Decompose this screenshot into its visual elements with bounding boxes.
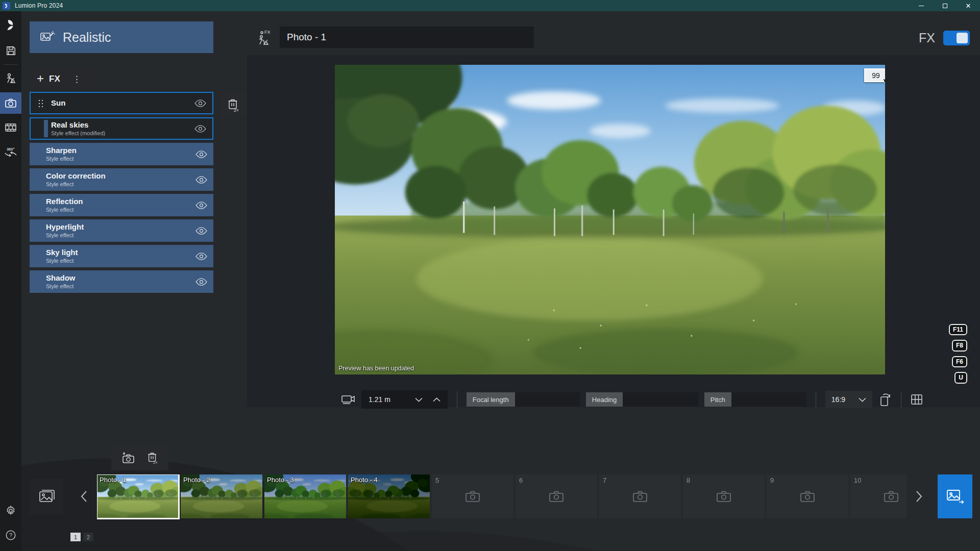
help-button[interactable]: ? [0, 525, 21, 545]
effect-row-hyperlight[interactable]: Hyperlight Style effect [30, 219, 213, 242]
pitch-field[interactable]: Pitch [704, 392, 806, 407]
delete-effect-button[interactable]: 2× [220, 92, 246, 117]
camera-height-dropdown[interactable]: 1.21 m [361, 390, 448, 409]
plus-icon: + [37, 72, 44, 85]
photo-thumb-3[interactable]: Photo - 3 [264, 474, 346, 518]
hotkey-hints: F11 F8 F6 U [949, 324, 967, 384]
photo-slot-10[interactable]: 10 [850, 474, 906, 518]
capture-photo-button[interactable] [121, 451, 135, 464]
rotate-orientation-button[interactable] [878, 392, 892, 407]
photo-thumb-1[interactable]: Photo - 1 [97, 474, 179, 518]
movie-mode-button[interactable] [0, 118, 21, 137]
strip-prev-button[interactable] [77, 489, 91, 504]
trash-2x-icon: 2× [227, 97, 240, 112]
effect-subtitle: Style effect [46, 207, 83, 213]
visibility-eye-icon[interactable] [195, 253, 207, 260]
build-surveyor-icon [4, 72, 17, 85]
page-2-button[interactable]: 2 [83, 533, 93, 541]
render-export-button[interactable] [938, 474, 972, 518]
pitch-label: Pitch [704, 392, 731, 407]
visibility-eye-icon[interactable] [195, 278, 207, 286]
camera-controls-bar: 1.21 m Focal length Heading Pitch 16:9 [341, 390, 923, 409]
grid-overlay-button[interactable] [911, 394, 923, 405]
controls-divider [901, 391, 901, 408]
panorama-360-button[interactable]: 360° [0, 142, 21, 162]
maximize-button[interactable] [933, 0, 957, 11]
chevron-down-icon[interactable] [415, 397, 423, 402]
effect-title: Sun [51, 99, 65, 108]
style-header-realistic[interactable]: Realistic [30, 21, 213, 53]
visibility-eye-icon[interactable] [195, 202, 207, 209]
effect-row-real-skies[interactable]: Real skies Style effect (modified) [30, 117, 213, 140]
strip-next-button[interactable] [912, 489, 926, 504]
lumion-logo-icon [3, 2, 10, 10]
settings-button[interactable] [0, 501, 21, 520]
slot-number: 9 [770, 477, 774, 484]
photo-thumbnail-rail: Photo - 1 Photo - 2 Photo - 3 Photo - 4 … [97, 474, 906, 519]
drag-handle-icon[interactable] [38, 99, 43, 108]
save-floppy-icon [5, 45, 17, 57]
kebab-menu-icon[interactable]: ⋮ [72, 74, 81, 85]
effect-row-shadow[interactable]: Shadow Style effect [30, 270, 213, 293]
question-icon: ? [5, 530, 16, 541]
park-render-image [335, 65, 885, 374]
empty-slot-camera-icon [632, 490, 648, 503]
photo-mode-button[interactable] [0, 92, 21, 114]
visibility-eye-icon[interactable] [194, 99, 206, 107]
photo-slot-7[interactable]: 7 [599, 474, 681, 518]
window-title: Lumion Pro 2024 [15, 2, 63, 9]
photo-thumb-2[interactable]: Photo - 2 [181, 474, 262, 518]
effect-row-color-correction[interactable]: Color correction Style effect [30, 168, 213, 191]
style-photo-wand-icon [40, 30, 55, 44]
visibility-eye-icon[interactable] [195, 227, 207, 235]
photo-thumb-4[interactable]: Photo - 4 [348, 474, 430, 518]
export-photo-icon [946, 488, 964, 505]
chevron-right-icon [916, 490, 922, 503]
add-fx-button[interactable]: + FX ⋮ [30, 68, 99, 90]
hotkey-f11: F11 [949, 324, 967, 335]
style-name-label: Realistic [63, 30, 111, 45]
save-button[interactable] [0, 41, 21, 60]
controls-divider [816, 391, 816, 408]
render-counter-value: 99 [872, 71, 880, 80]
controls-divider [457, 391, 457, 408]
minimize-icon [919, 6, 924, 6]
effect-row-sun[interactable]: Sun [30, 92, 213, 114]
hotkey-f8: F8 [952, 340, 967, 351]
fx-toggle-switch[interactable] [943, 31, 970, 45]
photo-slot-5[interactable]: 5 [432, 474, 513, 518]
photo-name-input[interactable] [280, 27, 534, 48]
build-mode-button[interactable] [0, 69, 21, 88]
delete-photo-button[interactable]: 2× [146, 450, 159, 465]
photo-slot-8[interactable]: 8 [683, 474, 765, 518]
visibility-eye-icon[interactable] [195, 151, 207, 158]
aspect-ratio-dropdown[interactable]: 16:9 [825, 391, 872, 408]
visibility-eye-icon[interactable] [194, 125, 206, 133]
photo-slot-6[interactable]: 6 [516, 474, 597, 518]
photo-gallery-button[interactable] [30, 479, 63, 514]
chevron-up-icon[interactable] [433, 397, 440, 402]
effect-title: Sharpen [46, 146, 77, 155]
effect-row-sky-light[interactable]: Sky light Style effect [30, 245, 213, 267]
close-icon: ✕ [966, 3, 971, 9]
render-preview-viewport[interactable]: 99 Preview has been updated [335, 65, 885, 374]
effect-row-reflection[interactable]: Reflection Style effect [30, 194, 213, 216]
minimize-button[interactable] [910, 0, 933, 11]
focal-length-field[interactable]: Focal length [467, 392, 580, 407]
camera-height-value: 1.21 m [369, 395, 390, 404]
empty-slot-camera-icon [800, 490, 815, 503]
cursor-icon [883, 78, 885, 84]
maximize-icon [943, 4, 947, 8]
close-button[interactable]: ✕ [957, 0, 980, 11]
chevron-left-icon [81, 490, 87, 503]
photo-slot-9[interactable]: 9 [767, 474, 848, 518]
effect-row-sharpen[interactable]: Sharpen Style effect [30, 143, 213, 165]
lumion-home-button[interactable] [0, 15, 21, 35]
visibility-eye-icon[interactable] [195, 176, 207, 184]
photo-camera-icon [4, 96, 17, 110]
heading-field[interactable]: Heading [586, 392, 698, 407]
modified-accent-bar [44, 120, 48, 137]
page-1-button[interactable]: 1 [70, 533, 81, 541]
heading-label: Heading [586, 392, 623, 407]
titlebar: Lumion Pro 2024 ✕ [0, 0, 980, 11]
